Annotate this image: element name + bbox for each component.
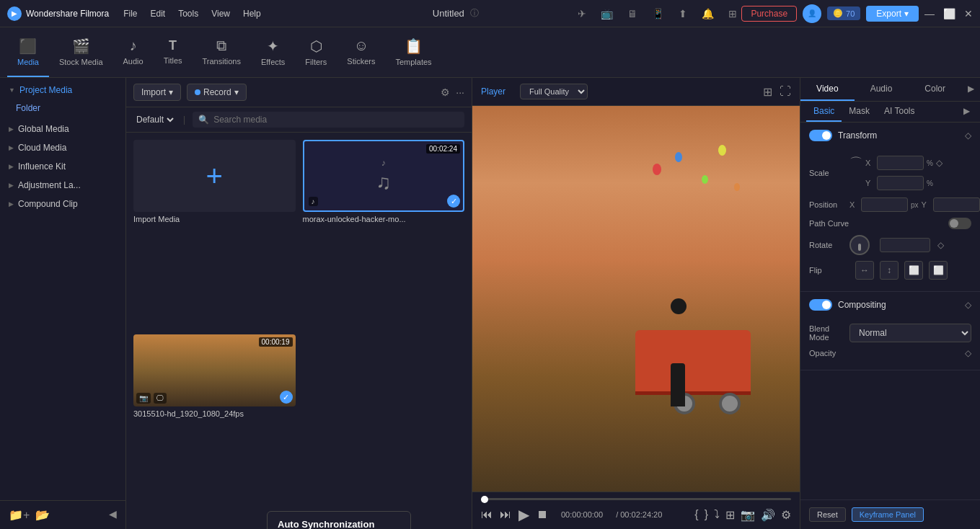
audio-button[interactable]: 🔊 bbox=[761, 508, 775, 522]
flip-option3-button[interactable]: ⬜ bbox=[904, 261, 923, 280]
grid-icon[interactable]: ⊞ bbox=[728, 8, 737, 19]
cloud-media-header[interactable]: ▶ Cloud Media bbox=[0, 138, 125, 157]
rotate-reset-icon[interactable]: ◇ bbox=[937, 240, 944, 250]
new-folder-icon[interactable]: 📁+ bbox=[9, 508, 30, 522]
progress-handle[interactable] bbox=[481, 496, 488, 503]
flip-option4-button[interactable]: ⬜ bbox=[929, 261, 948, 280]
menu-help[interactable]: Help bbox=[243, 9, 261, 19]
insert-button[interactable]: ⤵ bbox=[714, 508, 720, 522]
pip-button[interactable]: ⊞ bbox=[725, 508, 735, 522]
stop-button[interactable]: ⏹ bbox=[537, 508, 548, 521]
toolbar-stickers[interactable]: ☺ Stickers bbox=[337, 27, 385, 77]
tab-ai-tools[interactable]: AI Tools bbox=[877, 102, 922, 122]
toolbar-filters[interactable]: ⬡ Filters bbox=[295, 27, 337, 77]
settings-button[interactable]: ⚙ bbox=[781, 508, 791, 522]
filter-icon[interactable]: ⚙ bbox=[441, 86, 450, 98]
menu-view[interactable]: View bbox=[211, 9, 230, 19]
scale-x-reset-icon[interactable]: ◇ bbox=[936, 158, 943, 168]
tab-color[interactable]: Color bbox=[908, 78, 962, 101]
audio-thumb[interactable]: 00:02:24 ♪ ♫ ♪ ✓ bbox=[303, 140, 465, 212]
cloud-media-label: Cloud Media bbox=[18, 143, 66, 153]
tab-video[interactable]: Video bbox=[800, 78, 855, 101]
adjustment-layer-header[interactable]: ▶ Adjustment La... bbox=[0, 176, 125, 195]
blend-mode-select[interactable]: Normal bbox=[849, 324, 971, 342]
minimize-button[interactable]: — bbox=[924, 8, 935, 19]
send-icon[interactable]: ✈ bbox=[578, 8, 586, 19]
keyframe-panel-button[interactable]: Keyframe Panel bbox=[852, 507, 924, 522]
play-button[interactable]: ▶ bbox=[518, 506, 529, 523]
bell-icon[interactable]: 🔔 bbox=[702, 8, 714, 19]
more-icon[interactable]: ··· bbox=[456, 86, 464, 98]
user-avatar[interactable]: 👤 bbox=[803, 4, 821, 23]
list-item[interactable]: 00:00:19 📷 🖵 ✓ 3015510-hd_1920_1080_24fp… bbox=[133, 334, 296, 522]
opacity-reset-icon[interactable]: ◇ bbox=[965, 348, 971, 358]
toolbar-templates[interactable]: 📋 Templates bbox=[385, 27, 441, 77]
mark-in-button[interactable]: { bbox=[694, 508, 698, 522]
media-icon[interactable]: 📺 bbox=[601, 8, 613, 19]
import-thumb[interactable]: + bbox=[133, 140, 296, 212]
compositing-header[interactable]: Compositing ◇ bbox=[800, 292, 980, 318]
tab-basic[interactable]: Basic bbox=[806, 102, 842, 122]
transform-header[interactable]: Transform ◇ bbox=[800, 123, 980, 148]
tab-audio[interactable]: Audio bbox=[855, 78, 909, 101]
compositing-reset-icon[interactable]: ◇ bbox=[965, 300, 971, 310]
list-item[interactable]: 00:02:24 ♪ ♫ ♪ ✓ morax-unlocked-hacker-m… bbox=[303, 140, 465, 327]
rotate-value-input[interactable]: 0.00° bbox=[880, 238, 930, 252]
split-view-icon[interactable]: ⊞ bbox=[763, 85, 772, 99]
position-y-input[interactable]: 0.00 bbox=[933, 197, 980, 212]
mark-out-button[interactable]: } bbox=[705, 508, 708, 522]
folder-icon[interactable]: 📂 bbox=[35, 508, 50, 522]
global-media-header[interactable]: ▶ Global Media bbox=[0, 120, 125, 138]
toolbar-titles[interactable]: T Titles bbox=[154, 27, 193, 77]
monitor-icon[interactable]: 🖥 bbox=[627, 8, 637, 19]
flip-horizontal-button[interactable]: ↔ bbox=[855, 261, 874, 280]
reset-button[interactable]: Reset bbox=[809, 507, 846, 522]
list-item[interactable]: + Import Media bbox=[133, 140, 296, 327]
video-thumb[interactable]: 00:00:19 📷 🖵 ✓ bbox=[133, 334, 296, 406]
menu-file[interactable]: File bbox=[123, 9, 137, 19]
menu-tools[interactable]: Tools bbox=[178, 9, 198, 19]
influence-kit-header[interactable]: ▶ Influence Kit bbox=[0, 157, 125, 176]
collapse-icon[interactable]: ◀ bbox=[109, 508, 117, 522]
scale-x-input[interactable]: 100.00 bbox=[877, 156, 924, 170]
project-media-header[interactable]: ▼ Project Media bbox=[0, 81, 125, 99]
rotate-wheel[interactable] bbox=[849, 235, 870, 255]
snapshot-button[interactable]: 📷 bbox=[741, 508, 755, 522]
transform-toggle[interactable] bbox=[809, 130, 832, 141]
quality-select[interactable]: Full Quality 1/2 Quality 1/4 Quality bbox=[520, 84, 588, 99]
toolbar-media[interactable]: ⬛ Media bbox=[7, 27, 49, 77]
flip-vertical-button[interactable]: ↕ bbox=[880, 261, 899, 280]
phone-icon[interactable]: 📱 bbox=[652, 8, 664, 19]
scale-link-icon[interactable]: ⌒ bbox=[849, 154, 862, 172]
toolbar-stock-media[interactable]: 🎬 Stock Media bbox=[49, 27, 113, 77]
maximize-button[interactable]: ⬜ bbox=[943, 8, 955, 19]
toolbar-stickers-label: Stickers bbox=[347, 57, 375, 66]
folder-item[interactable]: Folder bbox=[0, 99, 125, 117]
export-button[interactable]: Export ▾ bbox=[866, 6, 919, 22]
menu-edit[interactable]: Edit bbox=[151, 9, 166, 19]
scale-y-input[interactable]: 100.00 bbox=[877, 176, 924, 190]
more-basic-tabs-icon[interactable]: ▶ bbox=[959, 102, 974, 122]
compound-clip-header[interactable]: ▶ Compound Clip bbox=[0, 195, 125, 213]
sort-select[interactable]: Default bbox=[133, 114, 176, 125]
progress-bar[interactable] bbox=[481, 498, 791, 500]
search-input[interactable] bbox=[213, 115, 459, 125]
record-button[interactable]: Record ▾ bbox=[187, 84, 247, 101]
import-button[interactable]: Import ▾ bbox=[133, 84, 181, 101]
toolbar-transitions[interactable]: ⧉ Transitions bbox=[193, 27, 251, 77]
tab-player[interactable]: Player bbox=[481, 86, 506, 97]
skip-back-button[interactable]: ⏮ bbox=[481, 508, 493, 521]
share-icon[interactable]: ⬆ bbox=[679, 8, 687, 19]
path-curve-toggle[interactable] bbox=[948, 218, 971, 229]
close-button[interactable]: ✕ bbox=[964, 8, 973, 19]
toolbar-audio[interactable]: ♪ Audio bbox=[113, 27, 154, 77]
transform-reset-icon[interactable]: ◇ bbox=[965, 130, 971, 141]
fullscreen-icon[interactable]: ⛶ bbox=[780, 85, 791, 99]
purchase-button[interactable]: Purchase bbox=[741, 6, 797, 22]
tab-mask[interactable]: Mask bbox=[842, 102, 877, 122]
compositing-toggle[interactable] bbox=[809, 299, 832, 311]
position-x-input[interactable]: 0.00 bbox=[861, 197, 908, 212]
frame-back-button[interactable]: ⏭ bbox=[500, 508, 511, 521]
toolbar-effects[interactable]: ✦ Effects bbox=[251, 27, 295, 77]
more-tabs-icon[interactable]: ▶ bbox=[962, 78, 980, 101]
